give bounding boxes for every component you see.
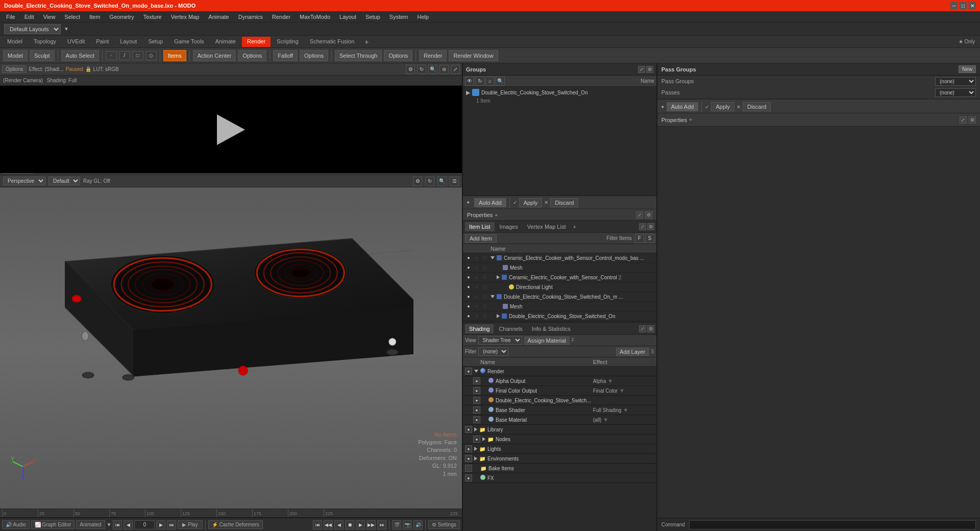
transport-btn-6[interactable]: ▶▶: [366, 520, 376, 529]
sh-eye-fx[interactable]: ●: [465, 474, 472, 481]
item-eye-2[interactable]: ●: [465, 274, 472, 281]
sh-eye-final[interactable]: ●: [473, 387, 480, 394]
menu-geometry[interactable]: Geometry: [105, 13, 138, 21]
render-zoom-out-icon[interactable]: ⊖: [439, 65, 449, 74]
transport-btn-7[interactable]: ⏭: [377, 520, 386, 529]
vp-settings-icon[interactable]: ☰: [450, 177, 459, 186]
sh-expand-render[interactable]: [474, 370, 478, 373]
mode-sculpt-button[interactable]: Sculpt: [30, 50, 55, 61]
item-eye-1[interactable]: ●: [465, 264, 472, 271]
sh-eye-env[interactable]: ●: [465, 455, 472, 462]
menu-render[interactable]: Render: [268, 13, 295, 21]
tl-icon-1[interactable]: 🎬: [392, 520, 401, 529]
tab-model[interactable]: Model: [2, 37, 28, 47]
apply-button[interactable]: Apply: [519, 198, 543, 207]
menu-help[interactable]: Help: [413, 13, 433, 21]
menu-maxtomodo[interactable]: MaxToModo: [296, 13, 334, 21]
render-refresh-icon[interactable]: ↻: [417, 65, 426, 74]
falloff-options-button[interactable]: Options: [300, 50, 328, 61]
sh-eye-alpha[interactable]: ●: [473, 377, 480, 384]
menu-layout[interactable]: Layout: [335, 13, 360, 21]
item-eye-6[interactable]: ●: [465, 312, 472, 320]
sh-row-final-color[interactable]: ● Final Color Output Final Color ▼: [463, 386, 656, 396]
groups-zoom-icon[interactable]: 🔍: [496, 77, 505, 86]
groups-home-icon[interactable]: ⌂: [485, 77, 495, 86]
sh-row-fx[interactable]: ● FX: [463, 473, 656, 483]
sh-row-bake[interactable]: ○ 📁 Bake Items: [463, 464, 656, 473]
tab-setup[interactable]: Setup: [143, 37, 168, 47]
menu-item[interactable]: Item: [85, 13, 104, 21]
sh-tab-shading[interactable]: Shading: [465, 324, 494, 333]
item-lock-3[interactable]: ○: [473, 283, 480, 291]
select-edge-button[interactable]: /: [119, 51, 130, 60]
sh-expand-nodes[interactable]: [482, 437, 485, 441]
tab-scripting[interactable]: Scripting: [272, 37, 304, 47]
sh-eye-base-mat[interactable]: ●: [473, 416, 480, 423]
vp-snap-icon[interactable]: ⚙: [413, 177, 422, 186]
play-button[interactable]: ▶ Play: [178, 520, 202, 529]
item-row-ceramic-ctrl-group[interactable]: ● ○ □ Ceramic_Electric_Cooker_with_Senso…: [463, 273, 656, 282]
sh-eye-bake[interactable]: ○: [465, 465, 472, 472]
sh-expand-library[interactable]: [474, 427, 477, 431]
groups-gear-icon[interactable]: ⚙: [646, 66, 653, 73]
add-layer-button[interactable]: Add Layer: [616, 348, 649, 356]
item-eye-0[interactable]: ●: [465, 254, 472, 261]
groups-expand-button[interactable]: ⤢: [638, 66, 645, 73]
sh-row-base-material[interactable]: ● Base Material (all) ▼: [463, 415, 656, 425]
menu-animate[interactable]: Animate: [204, 13, 233, 21]
right-auto-add-button[interactable]: Auto Add: [667, 102, 699, 111]
sh-row-base-shader[interactable]: ● Base Shader Full Shading ▼: [463, 405, 656, 415]
il-tab-add-button[interactable]: +: [571, 222, 578, 231]
item-lock-2[interactable]: ○: [473, 274, 480, 281]
close-button[interactable]: ✕: [969, 2, 976, 9]
item-expand-2[interactable]: [497, 275, 500, 279]
item-row-ceramic-mesh[interactable]: ● ○ □ Mesh: [463, 263, 656, 273]
transport-btn-3[interactable]: ◀: [334, 520, 344, 529]
render-options-button[interactable]: Options: [2, 65, 27, 73]
item-expand-0[interactable]: [491, 256, 495, 259]
tl-icon-2[interactable]: 📷: [403, 520, 412, 529]
minimize-button[interactable]: ─: [950, 2, 958, 9]
maximize-button[interactable]: □: [960, 2, 967, 9]
select-through-button[interactable]: Select Through: [335, 50, 382, 61]
item-check-4[interactable]: □: [481, 293, 488, 300]
il-tab-images[interactable]: Images: [496, 222, 522, 231]
action-center-button[interactable]: Action Center: [193, 50, 236, 61]
menu-dynamics[interactable]: Dynamics: [234, 13, 267, 21]
sh-row-library[interactable]: ● 📁 Library: [463, 425, 656, 435]
cache-deformers-button[interactable]: ⚡ Cache Deformers: [208, 520, 263, 529]
mode-model-button[interactable]: Model: [3, 50, 28, 61]
select-item-button[interactable]: ◇: [145, 51, 157, 60]
render-play-button[interactable]: [217, 114, 245, 145]
sh-eye-nodes[interactable]: ●: [473, 436, 480, 443]
item-check-0[interactable]: □: [481, 254, 488, 261]
perspective-select[interactable]: Perspective: [3, 177, 45, 185]
tab-schematic-fusion[interactable]: Schematic Fusion: [305, 37, 359, 47]
shading-select[interactable]: Default: [48, 177, 80, 185]
right-properties-gear-icon[interactable]: ⚙: [969, 116, 976, 124]
item-lock-0[interactable]: ○: [473, 254, 480, 261]
item-row-ceramic-group[interactable]: ● ○ □ Ceramic_Electric_Cooker_with_Senso…: [463, 253, 656, 263]
sh-eye-double[interactable]: ●: [473, 397, 480, 404]
menu-edit[interactable]: Edit: [20, 13, 38, 21]
skip-end-button[interactable]: ⏭: [167, 520, 176, 529]
transport-btn-4[interactable]: ⏹: [345, 520, 354, 529]
render-button[interactable]: Render: [419, 50, 447, 61]
render-zoom-in-icon[interactable]: 🔍: [428, 65, 437, 74]
transport-btn-2[interactable]: ◀◀: [324, 520, 333, 529]
transport-btn-5[interactable]: ▶: [356, 520, 365, 529]
tab-uvedit[interactable]: UVEdit: [62, 37, 90, 47]
sh-eye-base-shader[interactable]: ●: [473, 406, 480, 414]
filter-icon[interactable]: F: [635, 234, 644, 243]
menu-file[interactable]: File: [2, 13, 19, 21]
tab-animate[interactable]: Animate: [210, 37, 241, 47]
vp-search-icon[interactable]: 🔍: [437, 177, 447, 186]
render-window-button[interactable]: Render Window: [449, 50, 498, 61]
item-check-2[interactable]: □: [481, 274, 488, 281]
pass-new-button[interactable]: New: [959, 65, 976, 73]
sh-expand-button[interactable]: ⤢: [639, 325, 646, 332]
sh-gear-icon[interactable]: ⚙: [647, 325, 654, 332]
audio-button[interactable]: 🔊 Audio: [2, 520, 30, 529]
menu-vertex-map[interactable]: Vertex Map: [167, 13, 204, 21]
command-input[interactable]: [689, 520, 976, 529]
